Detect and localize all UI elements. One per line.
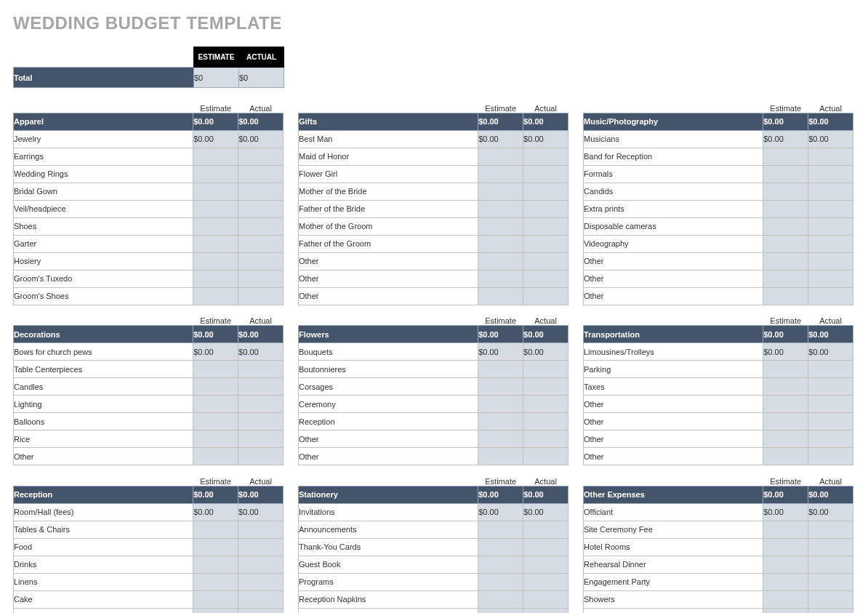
line-item-actual-cell[interactable] (808, 378, 853, 396)
line-item-label[interactable]: Room/Hall (fees) (14, 503, 193, 521)
line-item-label[interactable]: Engagement Party (584, 573, 763, 590)
line-item-actual-cell[interactable] (238, 521, 284, 538)
line-item-actual-cell[interactable]: $0.00 (238, 503, 284, 521)
line-item-actual-cell[interactable] (523, 200, 568, 217)
line-item-label[interactable]: Other (584, 252, 763, 270)
line-item-label[interactable]: Food (14, 538, 193, 556)
line-item-estimate-cell[interactable] (193, 590, 238, 608)
line-item-actual-cell[interactable] (238, 430, 284, 448)
line-item-label[interactable]: Bows for church pews (14, 343, 193, 361)
line-item-label[interactable]: Other (299, 448, 478, 465)
line-item-label[interactable]: Showers (584, 590, 763, 608)
line-item-estimate-cell[interactable] (763, 538, 808, 556)
line-item-estimate-cell[interactable] (478, 183, 523, 200)
line-item-estimate-cell[interactable] (478, 556, 523, 573)
line-item-label[interactable]: Band for Reception (584, 148, 763, 165)
line-item-label[interactable]: Lighting (14, 396, 193, 413)
line-item-estimate-cell[interactable]: $0.00 (763, 503, 808, 521)
line-item-estimate-cell[interactable] (478, 538, 523, 556)
line-item-label[interactable]: Extra prints (584, 200, 763, 217)
line-item-estimate-cell[interactable] (763, 430, 808, 448)
line-item-estimate-cell[interactable] (763, 252, 808, 270)
line-item-actual-cell[interactable] (808, 521, 853, 538)
line-item-label[interactable]: Guest Book (299, 556, 478, 573)
line-item-estimate-cell[interactable] (478, 413, 523, 430)
line-item-estimate-cell[interactable] (763, 183, 808, 200)
line-item-estimate-cell[interactable] (478, 361, 523, 378)
line-item-label[interactable]: Salon Appointments (584, 608, 763, 613)
line-item-estimate-cell[interactable] (763, 590, 808, 608)
line-item-actual-cell[interactable] (238, 217, 284, 235)
line-item-actual-cell[interactable] (808, 165, 853, 183)
line-item-label[interactable]: Father of the Groom (299, 235, 478, 252)
line-item-actual-cell[interactable] (808, 235, 853, 252)
line-item-estimate-cell[interactable] (763, 270, 808, 287)
line-item-estimate-cell[interactable] (763, 396, 808, 413)
line-item-label[interactable]: Videography (584, 235, 763, 252)
line-item-actual-cell[interactable] (523, 148, 568, 165)
line-item-actual-cell[interactable] (523, 235, 568, 252)
line-item-label[interactable]: Ceremony (299, 396, 478, 413)
line-item-estimate-cell[interactable]: $0.00 (478, 503, 523, 521)
line-item-actual-cell[interactable] (808, 148, 853, 165)
line-item-estimate-cell[interactable] (193, 413, 238, 430)
line-item-estimate-cell[interactable] (478, 378, 523, 396)
line-item-label[interactable]: Flower Girl (299, 165, 478, 183)
line-item-estimate-cell[interactable] (763, 148, 808, 165)
line-item-estimate-cell[interactable] (193, 217, 238, 235)
line-item-label[interactable]: Boutonnieres (299, 361, 478, 378)
line-item-estimate-cell[interactable] (478, 200, 523, 217)
line-item-label[interactable]: Parking (584, 361, 763, 378)
line-item-estimate-cell[interactable] (193, 165, 238, 183)
line-item-label[interactable]: Other (299, 252, 478, 270)
line-item-actual-cell[interactable] (808, 270, 853, 287)
line-item-actual-cell[interactable] (523, 396, 568, 413)
line-item-estimate-cell[interactable] (478, 396, 523, 413)
line-item-actual-cell[interactable] (523, 448, 568, 465)
line-item-label[interactable]: Formals (584, 165, 763, 183)
line-item-label[interactable]: Musicians (584, 130, 763, 148)
line-item-estimate-cell[interactable]: $0.00 (478, 343, 523, 361)
line-item-label[interactable]: Groom's Shoes (14, 287, 193, 305)
line-item-actual-cell[interactable] (238, 608, 284, 613)
line-item-label[interactable]: Reception Napkins (299, 590, 478, 608)
line-item-actual-cell[interactable]: $0.00 (523, 130, 568, 148)
line-item-actual-cell[interactable] (808, 217, 853, 235)
line-item-label[interactable]: Disposable cameras (584, 217, 763, 235)
total-actual-cell[interactable]: $0 (239, 68, 284, 88)
line-item-label[interactable]: Rice (14, 430, 193, 448)
line-item-estimate-cell[interactable] (193, 556, 238, 573)
line-item-estimate-cell[interactable] (193, 396, 238, 413)
line-item-label[interactable]: Shoes (14, 217, 193, 235)
line-item-actual-cell[interactable] (808, 556, 853, 573)
line-item-estimate-cell[interactable] (478, 521, 523, 538)
line-item-estimate-cell[interactable] (478, 287, 523, 305)
line-item-actual-cell[interactable] (808, 430, 853, 448)
line-item-actual-cell[interactable] (808, 590, 853, 608)
line-item-actual-cell[interactable] (523, 165, 568, 183)
line-item-label[interactable]: Announcements (299, 521, 478, 538)
line-item-actual-cell[interactable] (808, 361, 853, 378)
line-item-estimate-cell[interactable] (478, 430, 523, 448)
line-item-label[interactable]: Other (299, 287, 478, 305)
line-item-estimate-cell[interactable] (763, 556, 808, 573)
line-item-label[interactable]: Wedding Rings (14, 165, 193, 183)
line-item-actual-cell[interactable] (238, 556, 284, 573)
line-item-actual-cell[interactable] (808, 573, 853, 590)
line-item-estimate-cell[interactable] (478, 165, 523, 183)
line-item-estimate-cell[interactable] (193, 573, 238, 590)
line-item-estimate-cell[interactable]: $0.00 (193, 503, 238, 521)
line-item-estimate-cell[interactable] (193, 430, 238, 448)
line-item-actual-cell[interactable] (808, 448, 853, 465)
line-item-estimate-cell[interactable] (763, 448, 808, 465)
line-item-label[interactable]: Reception (299, 413, 478, 430)
line-item-actual-cell[interactable]: $0.00 (523, 503, 568, 521)
line-item-label[interactable]: Other (584, 448, 763, 465)
line-item-label[interactable]: Mother of the Bride (299, 183, 478, 200)
line-item-label[interactable]: Other (584, 287, 763, 305)
line-item-estimate-cell[interactable] (763, 217, 808, 235)
line-item-actual-cell[interactable] (523, 430, 568, 448)
line-item-actual-cell[interactable] (238, 165, 284, 183)
line-item-estimate-cell[interactable]: $0.00 (763, 130, 808, 148)
line-item-actual-cell[interactable] (523, 378, 568, 396)
